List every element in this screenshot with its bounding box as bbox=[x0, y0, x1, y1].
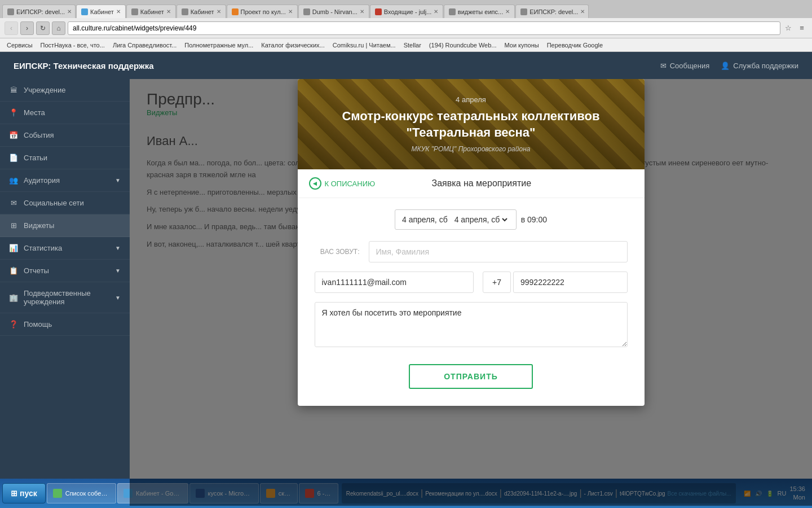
tab-3[interactable]: Кабинет ✕ bbox=[126, 5, 176, 18]
start-button[interactable]: ⊞ пуск bbox=[2, 483, 46, 503]
home-button[interactable]: ⌂ bbox=[52, 21, 65, 35]
back-button[interactable]: ‹ bbox=[5, 21, 18, 35]
tab-label-1: ЕИПСКР: devel... bbox=[16, 8, 65, 15]
taskbar-item-chat[interactable]: Список собеседников bbox=[47, 483, 116, 503]
sidebar-item-sobytiya[interactable]: 📅 События bbox=[0, 124, 130, 147]
tab-favicon-3 bbox=[131, 8, 138, 15]
bookmark-comiksu[interactable]: Comiksu.ru | Читаем... bbox=[330, 41, 398, 49]
back-label: К ОПИСАНИЮ bbox=[325, 179, 376, 188]
chart-icon: 📊 bbox=[9, 244, 18, 252]
start-icon: ⊞ bbox=[11, 489, 17, 498]
tab-favicon-1 bbox=[7, 8, 14, 15]
support-link[interactable]: 👤 Служба поддержки bbox=[721, 62, 798, 70]
date-dropdown[interactable]: 4 апреля, сб bbox=[452, 214, 509, 225]
modal-overlay: 4 апреля Смотр-конкурс театральных колле… bbox=[130, 79, 812, 506]
date-select-box[interactable]: 4 апреля, сб 4 апреля, сб bbox=[395, 209, 517, 230]
back-to-description-button[interactable]: ◄ К ОПИСАНИЮ bbox=[309, 177, 376, 190]
sidebar-item-pomoshch[interactable]: ❓ Помощь bbox=[0, 313, 130, 336]
sidebar-item-social[interactable]: ✉ Социальные сети bbox=[0, 192, 130, 214]
bookmark-servisy[interactable]: Сервисы bbox=[5, 41, 35, 49]
back-arrow-icon: ◄ bbox=[309, 177, 321, 190]
address-bar[interactable] bbox=[68, 21, 780, 35]
tab-7[interactable]: Входящие - julj... ✕ bbox=[370, 5, 443, 18]
sidebar-label-otchety: Отчеты bbox=[24, 266, 49, 275]
bookmark-liga[interactable]: Лига Справедливост... bbox=[111, 41, 179, 49]
tab-1[interactable]: ЕИПСКР: devel... ✕ bbox=[2, 5, 76, 18]
sidebar-label-sobytiya: События bbox=[24, 131, 54, 139]
email-input[interactable] bbox=[315, 271, 474, 293]
tab-8[interactable]: виджеты еипс... ✕ bbox=[444, 5, 515, 18]
tab-favicon-6 bbox=[303, 8, 310, 15]
modal-dialog: 4 апреля Смотр-конкурс театральных колле… bbox=[298, 79, 645, 406]
tab-5[interactable]: Проект по кул... ✕ bbox=[227, 5, 298, 18]
vk-icon: ✉ bbox=[9, 199, 18, 207]
sidebar-item-vidzhet[interactable]: ⊞ Виджеты bbox=[0, 214, 130, 237]
calendar-icon: 📅 bbox=[9, 131, 18, 139]
chevron-down-icon: ▼ bbox=[115, 177, 121, 183]
support-label: Служба поддержки bbox=[733, 62, 798, 70]
comment-textarea[interactable]: Я хотел бы посетить это мероприятие bbox=[315, 302, 628, 347]
tab-label-7: Входящие - julj... bbox=[384, 8, 432, 15]
pin-icon: 📍 bbox=[9, 108, 18, 117]
sidebar-item-uchrezhdenie[interactable]: 🏛 Учреждение bbox=[0, 79, 130, 102]
reload-button[interactable]: ↻ bbox=[36, 21, 50, 35]
tab-close-6[interactable]: ✕ bbox=[360, 8, 364, 15]
sidebar-label-stati: Статьи bbox=[24, 154, 47, 162]
sidebar-item-stati[interactable]: 📄 Статьи bbox=[0, 147, 130, 169]
app-title: ЕИПСКР: Техническая поддержка bbox=[14, 61, 154, 71]
chevron-down-icon-stat: ▼ bbox=[115, 245, 121, 251]
messages-label: Сообщения bbox=[670, 62, 710, 70]
tab-close-3[interactable]: ✕ bbox=[166, 8, 171, 15]
forward-button[interactable]: › bbox=[20, 21, 34, 35]
chevron-down-icon-otch: ▼ bbox=[115, 268, 121, 274]
tab-4[interactable]: Кабинет ✕ bbox=[176, 5, 226, 18]
sidebar-item-otchety[interactable]: 📋 Отчеты ▼ bbox=[0, 260, 130, 282]
report-icon: 📋 bbox=[9, 266, 18, 275]
tab-close-7[interactable]: ✕ bbox=[434, 8, 438, 15]
tab-label-5: Проект по кул... bbox=[241, 8, 286, 15]
tab-close-9[interactable]: ✕ bbox=[580, 8, 585, 15]
messages-icon: ✉ bbox=[660, 62, 667, 70]
bookmark-roundcube[interactable]: (194) Roundcube Web... bbox=[427, 41, 499, 49]
institution-icon: 🏢 bbox=[9, 294, 18, 302]
tab-close-4[interactable]: ✕ bbox=[217, 8, 221, 15]
audience-icon: 👥 bbox=[9, 176, 18, 185]
sidebar-item-mesta[interactable]: 📍 Места bbox=[0, 102, 130, 124]
sidebar-item-statistika[interactable]: 📊 Статистика ▼ bbox=[0, 237, 130, 260]
tab-close-2[interactable]: ✕ bbox=[116, 8, 121, 15]
settings-icon[interactable]: ≡ bbox=[796, 23, 807, 34]
sidebar: 🏛 Учреждение 📍 Места 📅 События 📄 Статьи … bbox=[0, 79, 130, 506]
submit-row: ОТПРАВИТЬ bbox=[315, 358, 628, 395]
tab-favicon-8 bbox=[449, 8, 456, 15]
tab-label-2: Кабинет bbox=[90, 8, 114, 15]
date-selector: 4 апреля, сб 4 апреля, сб в 09:00 bbox=[315, 209, 628, 230]
messages-link[interactable]: ✉ Сообщения bbox=[660, 62, 710, 70]
sidebar-label-statistika: Статистика bbox=[24, 244, 62, 252]
bookmark-polno[interactable]: Полнометражные мул... bbox=[182, 41, 255, 49]
tab-2[interactable]: Кабинет ✕ bbox=[76, 5, 126, 18]
sidebar-label-social: Социальные сети bbox=[24, 199, 84, 207]
tab-close-5[interactable]: ✕ bbox=[288, 8, 293, 15]
submit-button[interactable]: ОТПРАВИТЬ bbox=[409, 364, 533, 389]
bookmark-katalog[interactable]: Каталог физических... bbox=[259, 41, 326, 49]
bookmarks-bar: Сервисы ПостНаука - все, что... Лига Спр… bbox=[0, 38, 812, 52]
sidebar-item-podved[interactable]: 🏢 Подведомственные учреждения ▼ bbox=[0, 282, 130, 313]
chat-icon bbox=[53, 489, 62, 498]
phone-input[interactable] bbox=[513, 271, 628, 293]
bookmark-stellar[interactable]: Stellar bbox=[401, 41, 423, 49]
name-input[interactable] bbox=[369, 241, 628, 262]
event-org: МКУК "РОМЦ" Прохоровского района bbox=[412, 145, 531, 153]
tab-label-6: Dumb - Nirvan... bbox=[312, 8, 358, 15]
bookmark-postnauka[interactable]: ПостНаука - все, что... bbox=[38, 41, 107, 49]
bookmark-star-icon[interactable]: ☆ bbox=[783, 23, 794, 34]
tab-close-1[interactable]: ✕ bbox=[67, 8, 72, 15]
bookmark-kupony[interactable]: Мои купоны bbox=[502, 41, 541, 49]
name-row: ВАС ЗОВУТ: bbox=[315, 241, 628, 262]
tab-close-8[interactable]: ✕ bbox=[505, 8, 510, 15]
tab-6[interactable]: Dumb - Nirvan... ✕ bbox=[298, 5, 369, 18]
article-icon: 📄 bbox=[9, 154, 18, 162]
phone-row: +7 bbox=[483, 271, 628, 293]
bookmark-perevodchik[interactable]: Переводчик Google bbox=[545, 41, 606, 49]
tab-9[interactable]: ЕИПСКР: devel... ✕ bbox=[515, 5, 589, 18]
sidebar-item-auditoriya[interactable]: 👥 Аудитория ▼ bbox=[0, 169, 130, 192]
